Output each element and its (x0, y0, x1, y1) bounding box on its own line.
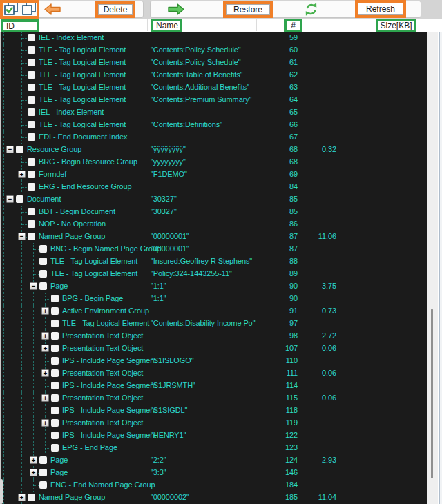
column-header-id[interactable]: ID (3, 22, 37, 30)
row-checkbox[interactable] (28, 84, 35, 91)
row-size-value: 11.06 (302, 232, 336, 240)
row-number-value: 87 (267, 232, 298, 240)
row-number-value: 119 (267, 418, 298, 427)
collapse-toggle-icon[interactable]: − (6, 195, 14, 203)
row-id-label: TLE - Tag Logical Element (50, 257, 137, 265)
row-checkbox[interactable] (28, 133, 35, 141)
row-checkbox[interactable] (28, 208, 35, 215)
row-checkbox[interactable] (39, 270, 47, 278)
row-checkbox[interactable] (28, 121, 35, 128)
expand-toggle-icon[interactable]: + (41, 419, 49, 427)
row-checkbox[interactable] (39, 282, 47, 290)
expand-toggle-icon[interactable]: + (41, 394, 49, 402)
row-checkbox[interactable] (39, 481, 47, 489)
column-header-name[interactable]: Name (153, 21, 180, 30)
row-checkbox[interactable] (51, 369, 59, 377)
refresh-button[interactable]: Refresh (358, 3, 403, 15)
row-id-label: Named Page Group (39, 232, 105, 240)
tree-guide-line (3, 231, 4, 243)
row-checkbox[interactable] (28, 34, 35, 41)
expand-toggle-icon[interactable]: + (30, 456, 37, 464)
tree-guide-line (3, 417, 4, 429)
expand-toggle-icon[interactable]: + (41, 345, 49, 352)
row-checkbox[interactable] (51, 394, 59, 402)
row-number-value: 90 (267, 294, 298, 302)
expand-toggle-icon[interactable]: + (41, 307, 49, 315)
tree-guide-line (33, 405, 34, 417)
row-checkbox[interactable] (39, 245, 47, 253)
row-checkbox[interactable] (28, 108, 35, 116)
row-checkbox[interactable] (51, 419, 59, 427)
row-checkbox[interactable] (28, 96, 35, 104)
row-checkbox[interactable] (39, 258, 47, 265)
expand-toggle-icon[interactable]: + (41, 369, 49, 377)
row-name-value: "S1JRSMTH" (151, 381, 195, 389)
column-header-count[interactable]: # (287, 21, 300, 30)
row-checkbox[interactable] (51, 320, 59, 327)
tree-guide-line (10, 81, 10, 94)
row-checkbox[interactable] (28, 220, 35, 228)
expand-toggle-icon[interactable]: + (18, 494, 26, 501)
row-number-value: 63 (267, 83, 298, 91)
tree-row: −Page"1:1"903.75 (1, 280, 442, 293)
row-number-value: 122 (267, 431, 298, 439)
row-checkbox[interactable] (51, 332, 59, 340)
restore-button[interactable]: Restore (226, 4, 270, 15)
row-name-value: "Contents:Table of Benefits" (151, 70, 242, 79)
expand-toggle-icon[interactable]: + (30, 469, 37, 476)
tree-guide-line (10, 355, 10, 367)
tree-rows: IEL - Index Element59TLE - Tag Logical E… (1, 32, 442, 504)
row-checkbox[interactable] (16, 146, 23, 153)
tree-row: −Named Page Group"00000001"8711.06 (1, 231, 442, 243)
row-number-value: 89 (267, 269, 298, 278)
row-id-label: Presentation Text Object (62, 418, 143, 427)
row-checkbox[interactable] (28, 183, 35, 191)
row-checkbox[interactable] (16, 195, 23, 203)
tree-guide-line (3, 392, 4, 405)
column-header-size[interactable]: Size[KB] (378, 21, 414, 30)
tree-guide-line (3, 380, 4, 392)
row-checkbox[interactable] (51, 432, 59, 439)
row-id-label: Page (50, 456, 68, 464)
tree-guide-line (33, 392, 34, 405)
collapse-toggle-icon[interactable]: − (6, 146, 14, 153)
arrow-right-icon[interactable] (167, 3, 184, 18)
tree-guide-line (10, 119, 10, 131)
row-checkbox[interactable] (51, 307, 59, 315)
refresh-icon[interactable] (304, 2, 318, 19)
row-id-label: ERG - End Resource Group (39, 182, 132, 191)
collapse-toggle-icon[interactable]: − (30, 282, 37, 290)
row-checkbox[interactable] (28, 59, 35, 66)
row-number-value: 87 (267, 244, 298, 253)
vertical-scrollbar-track[interactable] (427, 32, 438, 504)
tree-guide-line (3, 144, 4, 156)
row-checkbox[interactable] (51, 295, 59, 302)
collapse-toggle-icon[interactable]: − (18, 233, 26, 240)
row-checkbox[interactable] (28, 158, 35, 166)
id-header-annotation: ID (1, 19, 39, 32)
row-name-value: "Contents:Policy Schedule" (151, 46, 241, 54)
vertical-scrollbar-thumb[interactable] (431, 309, 433, 478)
row-checkbox[interactable] (39, 456, 47, 464)
delete-button[interactable]: Delete (98, 4, 133, 15)
expand-toggle-icon[interactable]: + (41, 332, 49, 340)
row-checkbox[interactable] (28, 171, 35, 178)
row-checkbox[interactable] (51, 444, 59, 452)
row-checkbox[interactable] (28, 46, 35, 54)
tree-guide-line (10, 280, 10, 293)
row-checkbox[interactable] (28, 233, 35, 240)
arrow-left-icon[interactable] (44, 3, 61, 18)
row-checkbox[interactable] (51, 357, 59, 365)
row-checkbox[interactable] (28, 494, 35, 501)
row-checkbox[interactable] (51, 407, 59, 414)
row-checkbox[interactable] (28, 71, 35, 79)
tree-row: IEL - Index Element59 (1, 32, 442, 44)
row-id-label: TLE - Tag Logical Element (39, 95, 126, 104)
row-checkbox[interactable] (51, 345, 59, 352)
row-id-label: BPG - Begin Page (62, 294, 123, 302)
tree-row: −Document"30327"85 (1, 193, 442, 206)
row-checkbox[interactable] (39, 469, 47, 476)
expand-toggle-icon[interactable]: + (18, 171, 26, 178)
row-size-value: 2.93 (302, 456, 336, 464)
row-checkbox[interactable] (51, 382, 59, 389)
